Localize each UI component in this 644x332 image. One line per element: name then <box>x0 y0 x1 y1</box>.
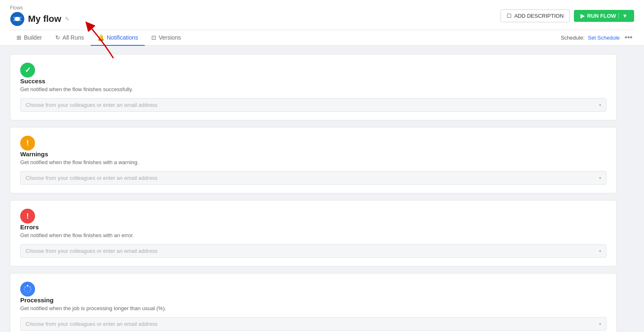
warnings-description: Get notified when the flow finishes with… <box>20 159 606 165</box>
success-email-placeholder: Choose from your colleagues or enter an … <box>26 102 599 108</box>
success-email-dropdown[interactable]: Choose from your colleagues or enter an … <box>20 98 606 112</box>
edit-icon[interactable]: ✎ <box>65 16 70 22</box>
add-desc-label: ADD DESCRIPTION <box>514 13 564 19</box>
versions-icon: ⊡ <box>151 34 156 41</box>
run-flow-button[interactable]: ▶ RUN FLOW ▼ <box>574 10 634 22</box>
errors-email-dropdown[interactable]: Choose from your colleagues or enter an … <box>20 244 606 258</box>
processing-title: Processing <box>20 297 606 304</box>
processing-email-placeholder: Choose from your colleagues or enter an … <box>26 321 599 327</box>
add-desc-icon: ☐ <box>507 13 512 19</box>
svg-point-2 <box>27 285 28 287</box>
tab-notifications-label: Notifications <box>107 34 138 41</box>
header-left: Flows My flow ✎ <box>10 5 70 26</box>
success-description: Get notified when the flow finishes succ… <box>20 86 606 92</box>
tab-versions[interactable]: ⊡ Versions <box>145 30 188 46</box>
tab-builder[interactable]: ⊞ Builder <box>10 30 49 46</box>
notification-card-errors: ! Errors Get notified when the flow fini… <box>10 200 617 266</box>
breadcrumb: Flows <box>10 5 70 11</box>
notifications-icon: 🔔 <box>97 34 104 41</box>
tab-notifications[interactable]: 🔔 Notifications <box>91 30 145 46</box>
warnings-email-dropdown[interactable]: Choose from your colleagues or enter an … <box>20 171 606 185</box>
svg-point-5 <box>30 291 31 292</box>
warnings-title: Warnings <box>20 151 606 158</box>
tab-versions-label: Versions <box>159 34 181 41</box>
notification-card-processing: Processing Get notified when the job is … <box>10 273 617 332</box>
svg-point-8 <box>24 289 25 290</box>
schedule-label: Schedule: <box>561 35 585 41</box>
set-schedule-link[interactable]: Set Schedule <box>588 35 620 41</box>
tab-builder-label: Builder <box>24 34 42 41</box>
svg-point-9 <box>25 287 26 288</box>
page-title: My flow <box>28 14 61 24</box>
error-icon: ! <box>20 209 35 224</box>
run-flow-dropdown-arrow[interactable]: ▼ <box>618 13 628 19</box>
errors-description: Get notified when the flow finishes with… <box>20 232 606 238</box>
breadcrumb-link[interactable]: Flows <box>10 5 23 11</box>
tabs-group: ⊞ Builder ↻ All Runs 🔔 Notifications ⊡ V… <box>10 30 188 45</box>
processing-email-dropdown[interactable]: Choose from your colleagues or enter an … <box>20 317 606 331</box>
processing-dropdown-arrows: ▾ <box>599 322 601 326</box>
errors-dropdown-arrows: ▾ <box>599 249 601 253</box>
all-runs-icon: ↻ <box>55 34 60 41</box>
run-icon: ▶ <box>581 13 585 19</box>
tab-all-runs[interactable]: ↻ All Runs <box>49 30 91 46</box>
svg-point-7 <box>25 291 26 292</box>
warning-icon: ! <box>20 136 35 151</box>
errors-email-placeholder: Choose from your colleagues or enter an … <box>26 248 599 254</box>
notification-card-success: ✓ Success Get notified when the flow fin… <box>10 54 617 120</box>
app-logo <box>10 12 25 26</box>
tabs-bar: ⊞ Builder ↻ All Runs 🔔 Notifications ⊡ V… <box>10 30 634 45</box>
tab-spacer <box>188 30 554 45</box>
more-options-button[interactable]: ••• <box>623 33 634 42</box>
header-right: ☐ ADD DESCRIPTION ▶ RUN FLOW ▼ <box>501 9 634 22</box>
run-flow-label: RUN FLOW <box>587 13 616 19</box>
schedule-controls: Schedule: Set Schedule ••• <box>554 30 634 45</box>
success-title: Success <box>20 78 606 85</box>
svg-point-6 <box>27 292 28 293</box>
warnings-email-placeholder: Choose from your colleagues or enter an … <box>26 175 599 181</box>
tab-all-runs-label: All Runs <box>63 34 84 41</box>
errors-title: Errors <box>20 224 606 231</box>
add-description-button[interactable]: ☐ ADD DESCRIPTION <box>501 9 570 22</box>
svg-point-4 <box>31 289 32 290</box>
processing-icon <box>20 282 35 297</box>
success-dropdown-arrows: ▾ <box>599 103 601 107</box>
success-icon: ✓ <box>20 63 35 78</box>
builder-icon: ⊞ <box>16 34 21 41</box>
warnings-dropdown-arrows: ▾ <box>599 176 601 180</box>
notification-card-warnings: ! Warnings Get notified when the flow fi… <box>10 127 617 193</box>
svg-point-3 <box>30 287 31 288</box>
main-content: ✓ Success Get notified when the flow fin… <box>0 46 627 332</box>
processing-description: Get notified when the job is processing … <box>20 305 606 311</box>
header-top: Flows My flow ✎ ☐ ADD DESCRIPTION <box>10 0 634 30</box>
app-header: Flows My flow ✎ ☐ ADD DESCRIPTION <box>0 0 644 46</box>
title-row: My flow ✎ <box>10 12 70 26</box>
